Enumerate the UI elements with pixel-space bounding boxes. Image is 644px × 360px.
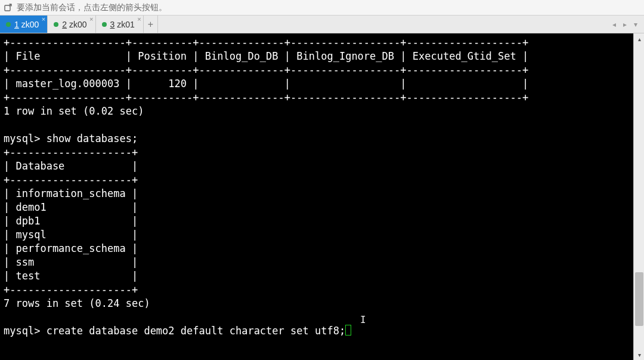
tab-2[interactable]: 2 zk00 × bbox=[48, 16, 95, 33]
terminal-cursor bbox=[345, 325, 351, 336]
new-tab-button[interactable]: + bbox=[144, 16, 158, 33]
tab-label: 1 zk00 bbox=[14, 20, 39, 29]
tab-menu-icon[interactable]: ▾ bbox=[631, 20, 640, 29]
status-dot-icon bbox=[102, 22, 107, 27]
vertical-scrollbar[interactable]: ▴ ▾ bbox=[633, 33, 644, 360]
tab-3[interactable]: 3 zk01 × bbox=[96, 16, 144, 33]
tab-label: 3 zk01 bbox=[110, 20, 135, 29]
add-session-icon[interactable] bbox=[4, 3, 13, 13]
toolbar-hint-text: 要添加当前会话，点击左侧的箭头按钮。 bbox=[17, 2, 167, 13]
status-dot-icon bbox=[54, 22, 58, 27]
top-toolbar: 要添加当前会话，点击左侧的箭头按钮。 bbox=[0, 0, 644, 16]
tab-next-icon[interactable]: ▸ bbox=[620, 20, 630, 29]
terminal-container: +-------------------+----------+--------… bbox=[0, 33, 644, 360]
tab-1[interactable]: 1 zk00 × bbox=[0, 16, 48, 33]
close-icon[interactable]: × bbox=[89, 16, 93, 22]
scroll-thumb[interactable] bbox=[635, 272, 643, 326]
close-icon[interactable]: × bbox=[42, 16, 45, 22]
tab-nav: ◂ ▸ ▾ bbox=[606, 16, 644, 33]
tab-strip: 1 zk00 × 2 zk00 × 3 zk01 × + ◂ ▸ ▾ bbox=[0, 16, 644, 33]
terminal[interactable]: +-------------------+----------+--------… bbox=[0, 33, 633, 360]
close-icon[interactable]: × bbox=[137, 16, 141, 22]
tab-label: 2 zk00 bbox=[62, 20, 86, 29]
scroll-up-icon[interactable]: ▴ bbox=[634, 33, 644, 44]
scroll-down-icon[interactable]: ▾ bbox=[634, 349, 644, 360]
status-dot-icon bbox=[6, 22, 11, 27]
tab-prev-icon[interactable]: ◂ bbox=[609, 20, 619, 29]
